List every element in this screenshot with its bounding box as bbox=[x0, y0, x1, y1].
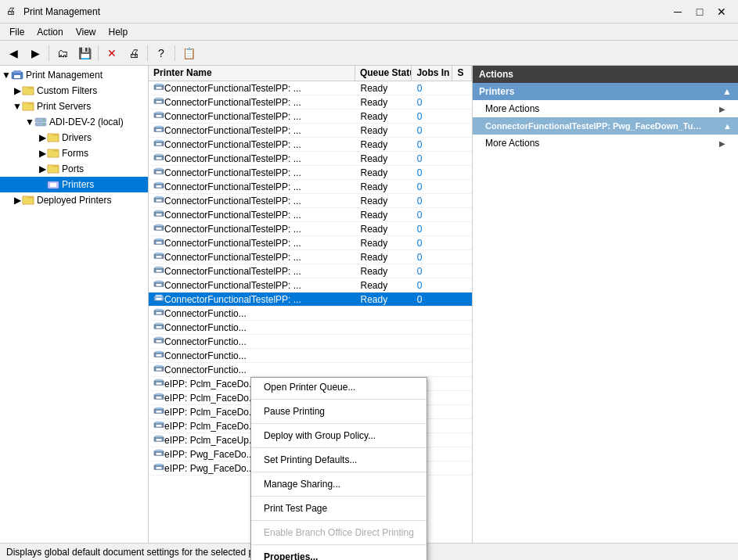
server-icon bbox=[34, 116, 47, 128]
forward-button[interactable]: ▶ bbox=[25, 44, 45, 63]
table-row[interactable]: ConnectorFunctio... bbox=[149, 321, 472, 335]
context-menu-separator bbox=[251, 496, 427, 497]
menu-view[interactable]: View bbox=[70, 25, 103, 39]
svg-point-10 bbox=[43, 124, 45, 125]
cell-jobs-count: 0 bbox=[412, 265, 453, 278]
tree-item-forms[interactable]: ▶ Forms bbox=[0, 145, 148, 161]
tree-label-ports: Ports bbox=[62, 163, 84, 174]
tree-item-print-servers[interactable]: ▼ Print Servers bbox=[0, 99, 148, 114]
menu-action[interactable]: Action bbox=[31, 25, 69, 39]
table-row[interactable]: ConnectorFunctionalTestelPP: ...Ready0 bbox=[149, 264, 472, 278]
table-row[interactable]: ConnectorFunctionalTestelPP: ...Ready0 bbox=[149, 250, 472, 264]
cell-queue-status: Ready bbox=[355, 265, 412, 278]
tree-item-drivers[interactable]: ▶ Drivers bbox=[0, 130, 148, 145]
action-more-actions-1[interactable]: More Actions ▶ bbox=[473, 100, 738, 117]
toolbar: ◀ ▶ 🗂 💾 ✕ 🖨 ? 📋 bbox=[0, 41, 738, 66]
toolbar-separator-1 bbox=[49, 45, 49, 61]
table-row[interactable]: ConnectorFunctio... bbox=[149, 307, 472, 321]
toggle-forms[interactable]: ▶ bbox=[38, 149, 47, 158]
table-row[interactable]: ConnectorFunctionalTestelPP: ...Ready0 bbox=[149, 278, 472, 293]
context-menu-item[interactable]: Properties... bbox=[251, 547, 427, 560]
col-header-name[interactable]: Printer Name bbox=[149, 66, 355, 81]
tree-item-ports[interactable]: ▶ Ports bbox=[0, 161, 148, 177]
svg-rect-2 bbox=[14, 75, 20, 78]
context-menu-item[interactable]: Deploy with Group Policy... bbox=[251, 426, 427, 445]
table-row[interactable]: ConnectorFunctionalTestelPP: ...Ready0 bbox=[149, 236, 472, 250]
toolbar-separator-3 bbox=[147, 45, 148, 61]
cell-queue-status: Ready bbox=[355, 251, 412, 264]
tree-item-custom-filters[interactable]: ▶ Custom Filters bbox=[0, 83, 148, 99]
minimize-button[interactable]: ─ bbox=[668, 4, 688, 20]
table-row[interactable]: ConnectorFunctionalTestelPP: ...Ready0 bbox=[149, 124, 472, 138]
printer-icon bbox=[153, 434, 164, 446]
col-header-jobs[interactable]: Jobs In ... bbox=[412, 66, 452, 81]
status-text: Displays global default document setting… bbox=[6, 547, 261, 558]
cell-jobs-count: 0 bbox=[412, 279, 453, 292]
actions-section-printer-specific[interactable]: ConnectorFunctionalTestelPP: Pwg_FaceDow… bbox=[473, 117, 738, 135]
cell-extra bbox=[453, 271, 472, 272]
tree-item-adi-dev[interactable]: ▼ ADI-DEV-2 (local) bbox=[0, 114, 148, 130]
table-row[interactable]: ConnectorFunctionalTestelPP: ...Ready0 bbox=[149, 81, 472, 95]
context-menu-item[interactable]: Manage Sharing... bbox=[251, 475, 427, 494]
cell-printer-name: ConnectorFunctio... bbox=[149, 321, 355, 334]
cell-extra bbox=[453, 186, 472, 188]
table-row[interactable]: ConnectorFunctionalTestelPP: ...Ready0 bbox=[149, 138, 472, 152]
table-row[interactable]: ConnectorFunctionalTestelPP: ...Ready0 bbox=[149, 293, 472, 307]
table-row[interactable]: ConnectorFunctionalTestelPP: ...Ready0 bbox=[149, 208, 472, 222]
toggle-adi-dev[interactable]: ▼ bbox=[25, 117, 34, 127]
cell-queue-status: Ready bbox=[355, 82, 412, 95]
table-row[interactable]: ConnectorFunctionalTestelPP: ...Ready0 bbox=[149, 166, 472, 180]
context-menu-item[interactable]: Open Printer Queue... bbox=[251, 378, 427, 397]
table-row[interactable]: ConnectorFunctionalTestelPP: ...Ready0 bbox=[149, 109, 472, 124]
toggle-print-management[interactable]: ▼ bbox=[2, 70, 11, 80]
tree-item-deployed-printers[interactable]: ▶ Deployed Printers bbox=[0, 192, 148, 208]
menu-help[interactable]: Help bbox=[103, 25, 135, 39]
context-menu-item[interactable]: Pause Printing bbox=[251, 402, 427, 421]
table-row[interactable]: ConnectorFunctionalTestelPP: ...Ready0 bbox=[149, 95, 472, 109]
toggle-drivers[interactable]: ▶ bbox=[38, 133, 47, 142]
action-arrow-2: ▶ bbox=[719, 139, 725, 148]
col-header-extra[interactable]: S bbox=[452, 66, 472, 81]
print-button[interactable]: 🖨 bbox=[124, 44, 144, 63]
delete-button[interactable]: ✕ bbox=[102, 44, 122, 63]
table-row[interactable]: ConnectorFunctionalTestelPP: ...Ready0 bbox=[149, 222, 472, 236]
menu-file[interactable]: File bbox=[3, 25, 31, 39]
table-row[interactable]: ConnectorFunctio... bbox=[149, 349, 472, 363]
table-row[interactable]: ConnectorFunctionalTestelPP: ...Ready0 bbox=[149, 194, 472, 208]
folder-button[interactable]: 🗂 bbox=[52, 44, 73, 63]
table-row[interactable]: ConnectorFunctio... bbox=[149, 363, 472, 377]
table-row[interactable]: ConnectorFunctionalTestelPP: ...Ready0 bbox=[149, 180, 472, 194]
svg-rect-100 bbox=[156, 450, 163, 452]
printer-name-text: eIPP: Pclm_FaceDo... bbox=[164, 407, 257, 418]
col-header-status[interactable]: Queue Status bbox=[355, 66, 412, 81]
close-button[interactable]: ✕ bbox=[711, 4, 732, 20]
action-more-actions-2[interactable]: More Actions ▶ bbox=[473, 135, 738, 152]
cell-printer-name: ConnectorFunctio... bbox=[149, 307, 355, 320]
help-button[interactable]: ? bbox=[151, 44, 171, 63]
printer-name-text: ConnectorFunctio... bbox=[164, 336, 247, 347]
svg-rect-83 bbox=[157, 368, 162, 371]
toggle-custom-filters[interactable]: ▶ bbox=[13, 86, 22, 95]
printer-icon bbox=[153, 392, 164, 404]
actions-section-printers[interactable]: Printers ▲ bbox=[473, 83, 738, 100]
table-row[interactable]: ConnectorFunctio... bbox=[149, 335, 472, 349]
toggle-deployed-printers[interactable]: ▶ bbox=[13, 196, 22, 205]
context-menu-item[interactable]: Print Test Page bbox=[251, 499, 427, 518]
printer-name-text: ConnectorFunctionalTestelPP: ... bbox=[164, 210, 301, 221]
action-label-more-1: More Actions bbox=[485, 103, 539, 114]
back-button[interactable]: ◀ bbox=[3, 44, 23, 63]
toggle-print-servers[interactable]: ▼ bbox=[13, 102, 22, 111]
tree-item-printers[interactable]: Printers bbox=[0, 177, 148, 192]
toggle-ports[interactable]: ▶ bbox=[38, 164, 47, 174]
maximize-button[interactable]: □ bbox=[689, 4, 710, 20]
svg-rect-65 bbox=[157, 284, 162, 286]
svg-rect-74 bbox=[157, 326, 162, 328]
context-menu-item[interactable]: Set Printing Defaults... bbox=[251, 451, 427, 469]
save-button[interactable]: 💾 bbox=[74, 44, 95, 63]
tree-item-print-management[interactable]: ▼ Print Management bbox=[0, 67, 148, 83]
printer-icon bbox=[153, 195, 164, 206]
table-row[interactable]: ConnectorFunctionalTestelPP: ...Ready0 bbox=[149, 152, 472, 166]
console-button[interactable]: 📋 bbox=[178, 44, 199, 63]
cell-extra bbox=[453, 130, 472, 131]
svg-rect-46 bbox=[156, 196, 163, 199]
